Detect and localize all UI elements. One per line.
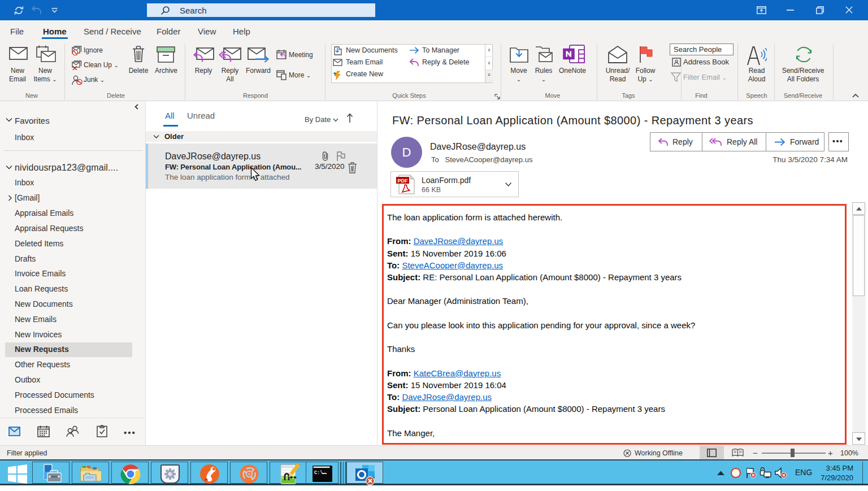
svg-text:PDF: PDF [398,178,409,184]
svg-text:C:\: C:\ [314,470,323,476]
